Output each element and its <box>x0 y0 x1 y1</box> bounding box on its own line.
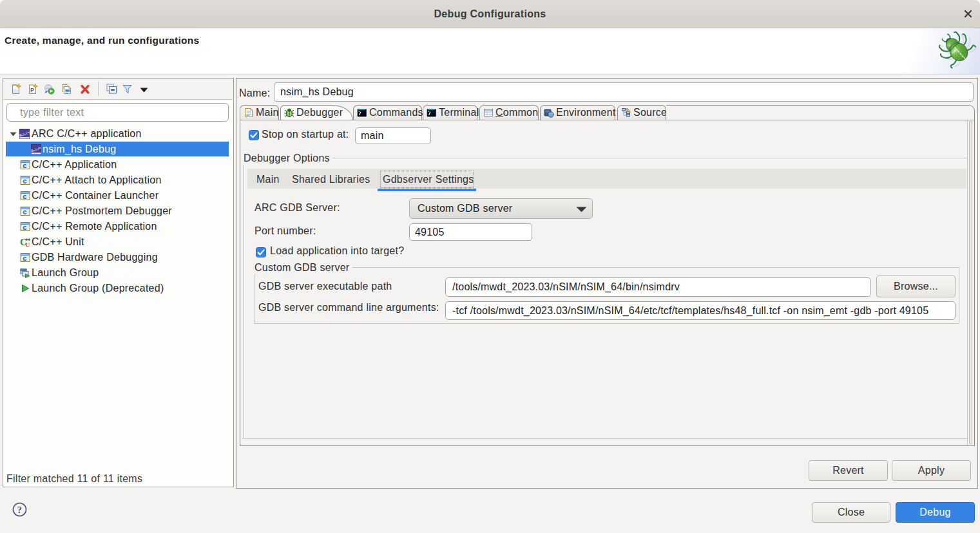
svg-text:P: P <box>30 87 34 93</box>
svg-text:?: ? <box>17 505 23 515</box>
svg-text:U: U <box>25 241 30 248</box>
